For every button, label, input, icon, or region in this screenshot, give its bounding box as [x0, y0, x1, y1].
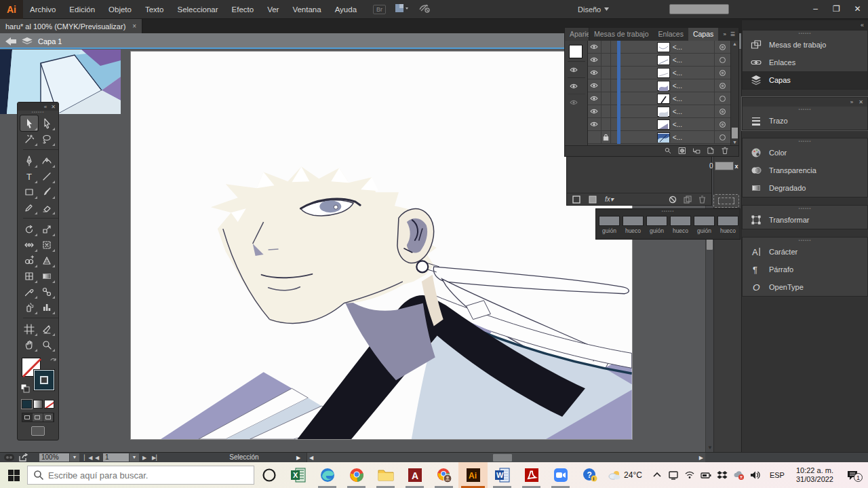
- dash-input[interactable]: [623, 216, 644, 226]
- layers-scrollbar[interactable]: ▲ ▼: [730, 41, 738, 145]
- new-sublayer-button[interactable]: [692, 145, 701, 157]
- close-panel-icon[interactable]: ✕: [51, 104, 56, 110]
- menu-item-archivo[interactable]: Archivo: [23, 0, 62, 19]
- weather-widget[interactable]: 24°C: [608, 470, 642, 481]
- layers-scroll-thumb[interactable]: [732, 128, 738, 138]
- none-mode-button[interactable]: [44, 400, 54, 409]
- tool-zoom[interactable]: [38, 337, 56, 352]
- layer-target-button[interactable]: [714, 92, 730, 105]
- start-button[interactable]: [0, 462, 27, 488]
- appearance-swatch[interactable]: [569, 45, 583, 58]
- layer-row[interactable]: <...: [588, 105, 730, 118]
- make-clipping-mask-button[interactable]: [678, 145, 686, 157]
- tool-column-graph[interactable]: [38, 299, 56, 315]
- tool-slice[interactable]: [38, 321, 56, 337]
- toggle-visibility-button[interactable]: [588, 41, 601, 54]
- swap-fill-stroke-icon[interactable]: [50, 358, 57, 364]
- artboard-dropdown-icon[interactable]: ▼: [130, 453, 139, 462]
- drag-handle[interactable]: ▪▪▪▪▪▪: [743, 238, 867, 243]
- panel-expand-icon[interactable]: »: [723, 31, 726, 37]
- rotate-view-toggle-icon[interactable]: [4, 453, 15, 462]
- appearance-eye-row[interactable]: [568, 77, 585, 94]
- tool-paintbrush[interactable]: [38, 184, 56, 200]
- dock-item-transparencia[interactable]: Transparencia: [743, 162, 867, 179]
- tool-curvature[interactable]: [38, 153, 56, 168]
- add-effect-button[interactable]: fx▾: [605, 195, 614, 203]
- menu-item-ayuda[interactable]: Ayuda: [328, 0, 363, 19]
- tab-enlaces[interactable]: Enlaces: [654, 28, 688, 41]
- last-artboard-icon[interactable]: ▶▏: [152, 453, 160, 462]
- layer-name[interactable]: <...: [673, 95, 714, 102]
- draw-normal-button[interactable]: [22, 413, 33, 421]
- tray-chevron-up-button[interactable]: [651, 470, 663, 481]
- layer-name[interactable]: <...: [673, 43, 714, 51]
- layer-target-button[interactable]: [714, 79, 730, 92]
- tray-wifi-button[interactable]: [684, 470, 696, 481]
- zoom-level-field[interactable]: 100%: [39, 453, 69, 462]
- toggle-lock-button[interactable]: [601, 54, 611, 67]
- tool-eyedropper[interactable]: [20, 284, 38, 299]
- toggle-lock-button[interactable]: [601, 118, 611, 131]
- next-artboard-icon[interactable]: ▶: [142, 453, 146, 462]
- color-mode-button[interactable]: [22, 400, 32, 409]
- stroke-color-well[interactable]: [34, 370, 54, 390]
- artboard-canvas[interactable]: [130, 51, 633, 440]
- toggle-lock-button[interactable]: [601, 41, 611, 54]
- menu-item-seleccionar[interactable]: Seleccionar: [170, 0, 224, 19]
- taskbar-app-acrobat[interactable]: [517, 462, 546, 488]
- tab-capas[interactable]: Capas: [688, 28, 718, 41]
- status-expand-icon[interactable]: ▶: [296, 453, 300, 462]
- tray-battery-button[interactable]: [700, 470, 712, 481]
- layer-target-button[interactable]: [714, 54, 730, 67]
- workspace-switcher[interactable]: Diseño: [578, 5, 609, 14]
- menu-item-efecto[interactable]: Efecto: [225, 0, 261, 19]
- layer-thumbnail[interactable]: [657, 68, 670, 78]
- scroll-right-icon[interactable]: ▶: [699, 453, 703, 462]
- drag-handle[interactable]: ▪▪▪▪▪▪: [743, 107, 867, 112]
- menu-item-texto[interactable]: Texto: [138, 0, 171, 19]
- toggle-lock-button[interactable]: [601, 92, 611, 105]
- tool-shape-builder[interactable]: [20, 252, 38, 268]
- dock-item-degradado[interactable]: Degradado: [743, 179, 867, 197]
- tool-width[interactable]: [20, 237, 38, 252]
- toggle-lock-button[interactable]: [601, 79, 611, 92]
- gpu-performance-icon[interactable]: [418, 3, 431, 16]
- layer-thumbnail[interactable]: [657, 132, 670, 143]
- taskbar-app-help[interactable]: ?i: [575, 462, 604, 488]
- taskbar-app-chrome-profile[interactable]: [429, 462, 458, 488]
- tool-rectangle[interactable]: [20, 184, 38, 200]
- drag-handle[interactable]: ▪▪▪▪▪▪: [743, 31, 867, 36]
- toggle-visibility-button[interactable]: [588, 67, 601, 79]
- dock-item-parrafo[interactable]: ¶Párrafo: [743, 261, 867, 278]
- first-artboard-icon[interactable]: ▏◀: [84, 453, 92, 462]
- share-document-icon[interactable]: [19, 453, 28, 462]
- bridge-button[interactable]: Br: [373, 5, 386, 14]
- tool-hand[interactable]: [20, 337, 38, 352]
- tool-magic-wand[interactable]: [20, 131, 38, 147]
- notification-center-button[interactable]: 1: [841, 470, 864, 481]
- layer-row[interactable]: <...: [588, 67, 730, 79]
- dock-item-caracter[interactable]: ACarácter: [743, 243, 867, 261]
- dash-input[interactable]: [670, 216, 691, 226]
- draw-behind-button[interactable]: [33, 413, 43, 421]
- layer-target-button[interactable]: [714, 67, 730, 79]
- layer-thumbnail[interactable]: [657, 55, 670, 65]
- panel-menu-icon[interactable]: ☰: [730, 31, 735, 37]
- pattern-preview-button[interactable]: [713, 194, 739, 208]
- drag-handle[interactable]: ▪▪▪▪▪▪: [743, 138, 867, 144]
- layer-thumbnail[interactable]: [657, 81, 670, 91]
- toggle-visibility-button[interactable]: [588, 118, 601, 131]
- scroll-down-icon[interactable]: ▼: [731, 140, 738, 145]
- taskbar-search-box[interactable]: [27, 466, 254, 485]
- tab-aparie[interactable]: Aparie: [565, 28, 589, 41]
- dock-item-mesas-de-trabajo[interactable]: Mesas de trabajo: [743, 36, 867, 54]
- dock-item-capas[interactable]: Capas: [743, 71, 867, 89]
- drag-handle[interactable]: ▪▪▪▪▪▪: [743, 206, 867, 211]
- scroll-left-icon[interactable]: ◀: [309, 453, 313, 462]
- tool-line-segment[interactable]: [38, 168, 56, 184]
- taskbar-app-edge[interactable]: [313, 462, 342, 488]
- expand-dock-icon[interactable]: «: [861, 22, 864, 29]
- delete-layer-button[interactable]: [721, 145, 729, 157]
- hscroll-thumb[interactable]: [493, 454, 512, 462]
- tool-mesh[interactable]: [20, 268, 38, 284]
